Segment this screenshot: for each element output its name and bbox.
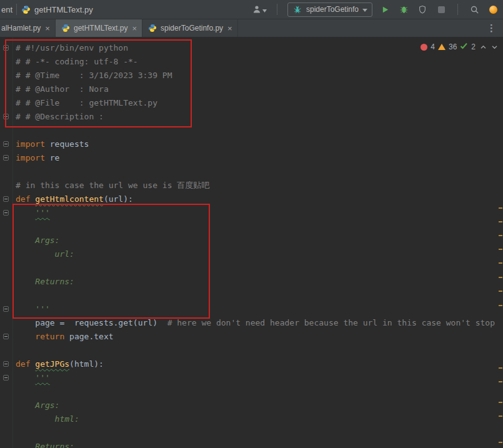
fold-icon[interactable]: [3, 334, 9, 339]
code-line[interactable]: [16, 385, 497, 399]
code-line[interactable]: [16, 165, 497, 179]
error-stripe-tick[interactable]: [499, 416, 502, 417]
inspections-widget: 4 36 2: [421, 42, 498, 51]
tab-bar: alHamlet.py × getHTMLText.py × spiderToG…: [0, 19, 503, 37]
error-stripe-tick[interactable]: [499, 235, 502, 236]
fold-icon[interactable]: [3, 375, 9, 381]
error-stripe-tick[interactable]: [499, 402, 502, 403]
code-line[interactable]: import re: [16, 151, 497, 165]
tab-label: alHamlet.py: [1, 24, 41, 32]
fold-icon[interactable]: [3, 155, 9, 161]
code-area[interactable]: # #!/usr/bin/env python# # -*- coding: u…: [16, 41, 497, 448]
stop-button[interactable]: [435, 3, 447, 16]
fold-icon[interactable]: [3, 45, 9, 51]
chevron-down-icon: [362, 5, 367, 14]
chevron-down-icon: [262, 5, 267, 14]
code-line[interactable]: # # @Description :: [16, 110, 497, 124]
error-stripe-tick[interactable]: [499, 305, 502, 306]
code-line[interactable]: Args:: [16, 399, 497, 412]
tab-label: spiderToGetinfo.py: [161, 24, 223, 32]
code-line[interactable]: ''': [16, 371, 497, 385]
code-line[interactable]: Args:: [16, 234, 497, 247]
typo-indicator-icon[interactable]: [460, 42, 468, 51]
run-config-label: spiderToGetinfo: [306, 5, 359, 14]
code-line[interactable]: [16, 220, 497, 234]
editor[interactable]: # #!/usr/bin/env python# # -*- coding: u…: [0, 37, 503, 448]
code-line[interactable]: page = requests.get(url) # here we don't…: [16, 316, 497, 330]
code-line[interactable]: def getHtmlcontent(url):: [16, 192, 497, 206]
code-line[interactable]: [16, 289, 497, 302]
error-stripe-tick[interactable]: [499, 207, 502, 209]
error-stripe-tick[interactable]: [499, 249, 502, 250]
divider: [457, 4, 458, 15]
error-stripe-tick[interactable]: [499, 262, 502, 264]
spider-icon: [292, 4, 302, 14]
error-stripe-tick[interactable]: [499, 291, 502, 292]
window-title: getHTMLText.py: [34, 5, 93, 14]
code-line[interactable]: Returns:: [16, 275, 497, 289]
code-line[interactable]: # # @File : getHTMLText.py: [16, 96, 497, 110]
run-config-dropdown[interactable]: spiderToGetinfo: [287, 2, 372, 17]
coverage-button[interactable]: [416, 3, 429, 16]
search-everywhere-button[interactable]: [468, 3, 481, 16]
code-line[interactable]: ''': [16, 302, 497, 316]
window-title-cut: ent: [1, 5, 12, 14]
tab-label: getHTMLText.py: [74, 24, 127, 32]
tab-spidertogetinfo[interactable]: spiderToGetinfo.py ×: [142, 19, 238, 37]
error-count[interactable]: 4: [431, 42, 435, 51]
code-line[interactable]: # # @Time : 3/16/2023 3:39 PM: [16, 69, 497, 82]
python-file-icon: [21, 4, 31, 14]
code-line[interactable]: def getJPGs(html):: [16, 357, 497, 371]
user-icon: [252, 4, 262, 14]
code-line[interactable]: html:: [16, 412, 497, 426]
gutter: [0, 37, 13, 448]
run-button[interactable]: [379, 3, 391, 16]
code-line[interactable]: Returns:: [16, 440, 497, 448]
code-line[interactable]: # # -*- coding: utf-8 -*-: [16, 55, 497, 69]
fold-icon[interactable]: [3, 306, 9, 312]
tab-overflow-button[interactable]: ⋮: [480, 19, 503, 37]
fold-icon[interactable]: [3, 361, 9, 367]
close-icon[interactable]: ×: [227, 24, 232, 33]
code-line[interactable]: # # @Author : Nora: [16, 82, 497, 96]
divider: [16, 4, 17, 15]
error-stripe-tick[interactable]: [499, 442, 502, 443]
code-line[interactable]: return page.text: [16, 330, 497, 344]
error-indicator-icon[interactable]: [421, 44, 427, 51]
code-line[interactable]: [16, 124, 497, 137]
stop-icon: [438, 6, 445, 13]
debug-button[interactable]: [397, 3, 410, 16]
code-line[interactable]: [16, 426, 497, 440]
title-bar: ent getHTMLText.py: [0, 0, 503, 19]
error-stripe-tick[interactable]: [499, 277, 502, 278]
code-line[interactable]: url:: [16, 247, 497, 261]
tab-alhamlet[interactable]: alHamlet.py ×: [0, 19, 56, 37]
code-line[interactable]: import requests: [16, 137, 497, 151]
code-line[interactable]: # in this case the url we use is 百度贴吧: [16, 179, 497, 192]
divider: [277, 4, 277, 15]
update-ball-icon: [489, 6, 497, 14]
code-line[interactable]: [16, 344, 497, 357]
ide-window: ent getHTMLText.py: [0, 0, 503, 448]
titlebar-actions: spiderToGetinfo: [252, 2, 499, 17]
error-stripe[interactable]: [497, 37, 503, 448]
fold-icon[interactable]: [3, 141, 9, 147]
close-icon[interactable]: ×: [132, 24, 137, 33]
code-line[interactable]: ''': [16, 206, 497, 220]
code-line[interactable]: [16, 261, 497, 275]
python-file-icon: [61, 23, 71, 33]
typo-count[interactable]: 2: [471, 42, 476, 51]
fold-icon[interactable]: [3, 114, 9, 119]
fold-icon[interactable]: [3, 210, 9, 216]
error-stripe-tick[interactable]: [499, 221, 502, 222]
warning-count[interactable]: 36: [449, 42, 457, 51]
close-icon[interactable]: ×: [45, 24, 50, 33]
tab-gethtmltext[interactable]: getHTMLText.py ×: [56, 19, 142, 37]
update-indicator[interactable]: [487, 3, 499, 16]
error-stripe-tick[interactable]: [499, 381, 502, 382]
user-menu-button[interactable]: [252, 4, 267, 14]
fold-icon[interactable]: [3, 196, 9, 202]
error-stripe-tick[interactable]: [499, 367, 502, 369]
previous-problem-icon[interactable]: [480, 45, 487, 49]
warning-indicator-icon[interactable]: [438, 44, 446, 50]
